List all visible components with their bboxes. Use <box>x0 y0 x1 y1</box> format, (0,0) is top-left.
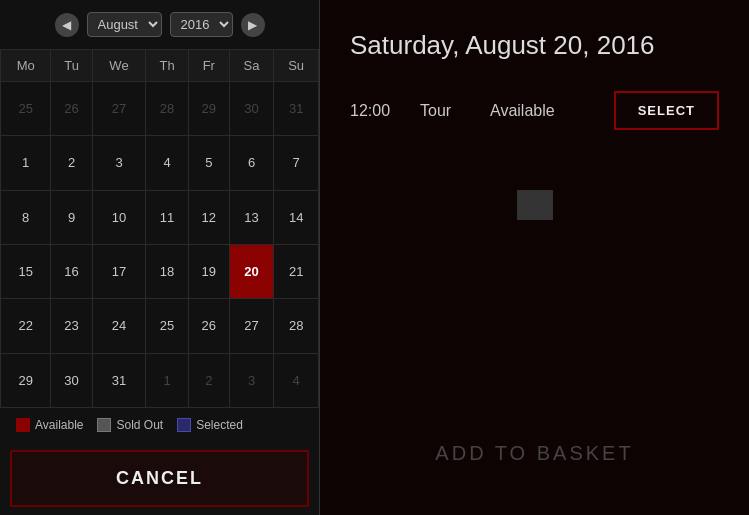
calendar-day[interactable]: 31 <box>92 353 145 407</box>
calendar-day[interactable]: 5 <box>188 136 229 190</box>
legend-available: Available <box>16 418 83 432</box>
calendar-day[interactable]: 26 <box>51 82 92 136</box>
calendar-day[interactable]: 2 <box>51 136 92 190</box>
calendar-day[interactable]: 4 <box>146 136 189 190</box>
calendar-day[interactable]: 14 <box>274 190 319 244</box>
sold-out-dot <box>97 418 111 432</box>
calendar-nav: ◀ August 2016 ▶ <box>0 0 319 49</box>
calendar-day[interactable]: 3 <box>92 136 145 190</box>
calendar-day[interactable]: 27 <box>92 82 145 136</box>
calendar-day[interactable]: 21 <box>274 244 319 298</box>
calendar-day[interactable]: 17 <box>92 244 145 298</box>
calendar-day[interactable]: 19 <box>188 244 229 298</box>
calendar-week-row: 891011121314 <box>1 190 319 244</box>
calendar-day[interactable]: 22 <box>1 299 51 353</box>
next-month-button[interactable]: ▶ <box>241 13 265 37</box>
calendar-day[interactable]: 31 <box>274 82 319 136</box>
prev-month-button[interactable]: ◀ <box>55 13 79 37</box>
calendar-day[interactable]: 8 <box>1 190 51 244</box>
calendar-day[interactable]: 1 <box>146 353 189 407</box>
time-slot: 12:00 Tour Available SELECT <box>350 91 719 130</box>
selected-dot <box>177 418 191 432</box>
calendar-day[interactable]: 24 <box>92 299 145 353</box>
calendar-day[interactable]: 20 <box>229 244 274 298</box>
calendar-week-row: 1234567 <box>1 136 319 190</box>
calendar-day[interactable]: 2 <box>188 353 229 407</box>
calendar-day[interactable]: 12 <box>188 190 229 244</box>
calendar-week-row: 2930311234 <box>1 353 319 407</box>
weekday-header: Sa <box>229 50 274 82</box>
calendar-day[interactable]: 3 <box>229 353 274 407</box>
date-title: Saturday, August 20, 2016 <box>350 30 719 61</box>
calendar-week-row: 25262728293031 <box>1 82 319 136</box>
calendar-day[interactable]: 11 <box>146 190 189 244</box>
calendar-day[interactable]: 9 <box>51 190 92 244</box>
calendar-day[interactable]: 10 <box>92 190 145 244</box>
calendar-table: MoTuWeThFrSaSu 2526272829303112345678910… <box>0 49 319 408</box>
weekday-header: Tu <box>51 50 92 82</box>
sold-out-label: Sold Out <box>116 418 163 432</box>
add-to-basket: ADD TO BASKET <box>350 442 719 495</box>
select-button[interactable]: SELECT <box>614 91 719 130</box>
calendar-day[interactable]: 29 <box>188 82 229 136</box>
tour-text: Tour <box>420 102 470 120</box>
calendar-day[interactable]: 6 <box>229 136 274 190</box>
calendar-day[interactable]: 28 <box>146 82 189 136</box>
weekday-header: Mo <box>1 50 51 82</box>
calendar-day[interactable]: 30 <box>229 82 274 136</box>
legend-sold-out: Sold Out <box>97 418 163 432</box>
weekday-header: Su <box>274 50 319 82</box>
year-select[interactable]: 2016 <box>170 12 233 37</box>
calendar-week-row: 22232425262728 <box>1 299 319 353</box>
available-label: Available <box>35 418 83 432</box>
calendar-week-row: 15161718192021 <box>1 244 319 298</box>
time-text: 12:00 <box>350 102 400 120</box>
available-dot <box>16 418 30 432</box>
cancel-button[interactable]: CANCEL <box>10 450 309 507</box>
calendar-day[interactable]: 13 <box>229 190 274 244</box>
calendar-day[interactable]: 26 <box>188 299 229 353</box>
calendar-day[interactable]: 25 <box>1 82 51 136</box>
calendar-day[interactable]: 25 <box>146 299 189 353</box>
calendar-day[interactable]: 23 <box>51 299 92 353</box>
main-container: ◀ August 2016 ▶ MoTuWeThFrSaSu 252627282… <box>0 0 749 515</box>
calendar-day[interactable]: 16 <box>51 244 92 298</box>
legend-selected: Selected <box>177 418 243 432</box>
icon-placeholder <box>517 190 553 220</box>
calendar-day[interactable]: 4 <box>274 353 319 407</box>
calendar-day[interactable]: 28 <box>274 299 319 353</box>
weekdays-row: MoTuWeThFrSaSu <box>1 50 319 82</box>
weekday-header: We <box>92 50 145 82</box>
calendar-body: 2526272829303112345678910111213141516171… <box>1 82 319 408</box>
calendar-day[interactable]: 1 <box>1 136 51 190</box>
calendar-day[interactable]: 15 <box>1 244 51 298</box>
calendar-day[interactable]: 29 <box>1 353 51 407</box>
weekday-header: Th <box>146 50 189 82</box>
calendar-day[interactable]: 27 <box>229 299 274 353</box>
right-panel: Saturday, August 20, 2016 12:00 Tour Ava… <box>320 0 749 515</box>
calendar-day[interactable]: 30 <box>51 353 92 407</box>
weekday-header: Fr <box>188 50 229 82</box>
available-status: Available <box>490 102 594 120</box>
calendar-day[interactable]: 18 <box>146 244 189 298</box>
month-select[interactable]: August <box>87 12 162 37</box>
selected-label: Selected <box>196 418 243 432</box>
calendar-day[interactable]: 7 <box>274 136 319 190</box>
legend: Available Sold Out Selected <box>0 408 319 442</box>
left-panel: ◀ August 2016 ▶ MoTuWeThFrSaSu 252627282… <box>0 0 320 515</box>
